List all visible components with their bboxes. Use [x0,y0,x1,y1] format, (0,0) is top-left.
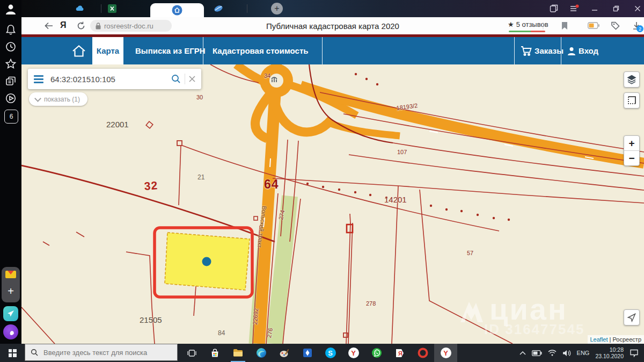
nav-tab-egrn[interactable]: Выписка из ЕГРН [135,37,205,64]
mail-icon[interactable] [5,271,16,278]
wifi-icon[interactable] [548,350,557,356]
taskbar-search-box[interactable] [25,344,178,361]
yandex-browser-active-icon[interactable]: Y [434,344,457,362]
hidden-icons-chevron[interactable] [519,351,526,355]
downloads-count-badge: 2 [636,25,643,32]
map-labels-layer: 34302200118193/2107213264142012745727821… [21,64,644,344]
side-panels-icon[interactable] [548,4,559,13]
taskbar-clock[interactable]: 10:2823.10.2020 [595,346,624,359]
alice-assistant-icon[interactable] [3,324,18,339]
system-tray: ENG 10:2823.10.2020 [519,344,644,362]
login-person-icon[interactable] [567,37,576,64]
refresh-icon[interactable] [76,21,86,31]
new-tab-button[interactable]: + [271,3,283,15]
locate-me-button[interactable] [624,309,640,325]
map-label: Вольский тракт [257,206,267,248]
restore-window-icon[interactable] [611,4,621,13]
browser-toolbar: Я rosreestr-doc.ru Публичная кадастровая… [21,17,644,35]
file-explorer-icon[interactable] [226,344,250,362]
map-label: 57 [467,250,473,256]
leaflet-link[interactable]: Leaflet [590,336,608,343]
cadastral-map[interactable]: 34302200118193/2107213264142012745727821… [21,64,644,344]
measure-area-button[interactable] [624,92,640,108]
tab-active-cadastral-map[interactable] [150,3,204,17]
nav-tab-cost[interactable]: Кадастровая стоимость [213,37,309,64]
map-attribution: Leaflet | Росреестр [588,335,644,344]
show-results-pill[interactable]: показать (1) [29,92,87,106]
battery-icon[interactable] [532,350,542,356]
nav-login[interactable]: Вход [579,37,598,64]
edge-browser-icon[interactable] [250,344,273,362]
layers-button[interactable] [624,71,640,88]
volume-icon[interactable] [562,350,571,357]
back-icon[interactable] [44,21,54,31]
search-icon [31,349,38,356]
start-button[interactable] [0,344,25,362]
taskbar-search-input[interactable] [42,348,168,357]
map-label: 21 [197,174,204,180]
cart-icon[interactable] [521,37,532,64]
toolbar-divider [538,21,548,31]
home-icon[interactable] [71,37,86,64]
browser-side-panel: 6 + [0,0,21,344]
yandex-app-icon[interactable]: Я [388,344,411,362]
add-widget-plus-icon[interactable]: + [2,283,20,299]
windows-logo-icon [9,349,17,357]
whatsapp-icon[interactable] [365,344,388,362]
address-bar[interactable]: rosreestr-doc.ru [90,20,172,32]
map-label: 34 [264,73,270,79]
video-play-icon[interactable] [5,92,17,104]
history-clock-icon[interactable] [5,41,17,53]
browser-tabstrip: + [21,0,644,17]
nav-orders[interactable]: Заказы [535,37,564,64]
search-icon[interactable] [171,74,181,84]
yandex-start-button[interactable]: Я [60,20,67,30]
bookmark-flag-icon[interactable] [560,21,569,31]
tab-excel-icon[interactable] [107,4,117,13]
reviews-rating-bar [509,31,545,32]
minimize-window-icon[interactable] [589,4,600,13]
messenger-icon[interactable] [3,306,18,321]
zoom-in-button[interactable]: + [624,136,639,151]
task-view-button[interactable] [180,344,203,362]
lock-icon [96,23,101,30]
notifications-bell-icon[interactable] [5,24,17,35]
browser-window: + Я rosreestr-doc.ru [21,0,644,344]
opera-icon[interactable] [411,344,434,362]
action-center-icon[interactable] [630,349,639,357]
menu-hamburger-icon[interactable] [28,69,49,89]
yandex-browser-icon[interactable]: Y [342,344,365,362]
page-title: Публичная кадастровая карта 2020 [266,17,399,34]
tab-comet-icon[interactable] [214,4,223,13]
mail-widget-group: + [2,267,20,302]
price-tag-icon[interactable] [611,21,620,31]
cadastral-search-input[interactable] [49,74,171,84]
skype-icon[interactable]: S [319,344,342,362]
map-label: 278 [366,301,376,307]
feedback-hub-icon[interactable] [296,344,319,362]
microsoft-store-icon[interactable] [203,344,226,362]
profile-avatar-icon[interactable] [5,3,17,15]
map-label: 107 [397,149,407,155]
star-icon: ★ [508,20,514,28]
clear-search-icon[interactable] [188,75,196,83]
map-label: 84 [218,330,225,336]
map-label: 32 [144,179,158,192]
map-label: 274 [278,209,286,220]
collections-cards-icon[interactable] [5,75,17,87]
bookmarks-star-icon[interactable] [5,58,17,70]
nav-tab-map[interactable]: Карта [92,37,123,64]
screen: 6 + + [0,0,644,362]
tab-counter-badge[interactable]: 6 [4,110,18,124]
tab-cloud-icon[interactable] [75,4,85,13]
battery-saver-icon[interactable] [588,21,597,31]
browser-menu-icon[interactable] [569,4,580,13]
language-indicator[interactable]: ENG [577,350,590,356]
zoom-out-button[interactable]: − [624,151,639,165]
site-navigation: Карта Выписка из ЕГРН Кадастровая стоимо… [21,37,644,64]
paint3d-icon[interactable] [273,344,296,362]
map-label: 22692 [252,308,259,324]
map-search-panel [28,69,201,89]
windows-taskbar: S Y Я Y ENG 10:2823.10.2020 [0,344,644,362]
close-window-icon[interactable] [632,4,643,13]
